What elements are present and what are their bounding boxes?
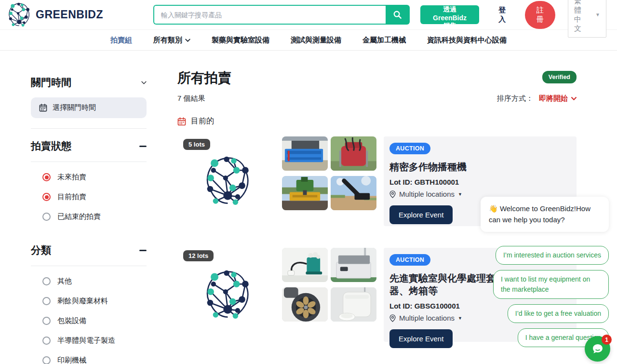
location-pin-icon bbox=[389, 314, 396, 322]
calendar-icon bbox=[177, 117, 186, 126]
chat-widget: 👋 Welcome to GreenBidz!How can we help y… bbox=[481, 197, 609, 347]
location-label: Multiple locations bbox=[399, 190, 455, 198]
lot-id: Lot ID: GBTH100001 bbox=[389, 178, 571, 186]
network-logo-icon bbox=[7, 1, 34, 28]
location-pin-icon bbox=[389, 190, 396, 198]
filter-sidebar: 關門時間 選擇關門時間 bbox=[31, 69, 147, 364]
radio-unselected bbox=[42, 297, 51, 305]
network-logo-icon bbox=[202, 268, 257, 323]
radio-selected bbox=[42, 173, 51, 181]
search-icon bbox=[393, 10, 402, 19]
auction-type-badge: AUCTION bbox=[389, 254, 430, 266]
chevron-down-icon bbox=[571, 97, 577, 100]
lot-photo-grid bbox=[282, 248, 376, 342]
search-bar bbox=[153, 5, 410, 25]
category-section-header[interactable]: 分類 bbox=[31, 243, 147, 257]
divider bbox=[31, 128, 147, 129]
network-logo-icon bbox=[202, 154, 257, 209]
lot-photo-grid bbox=[282, 136, 376, 226]
lot-photo-red-sprayer[interactable] bbox=[331, 136, 376, 171]
explore-event-button[interactable]: Explore Event bbox=[389, 329, 453, 348]
category-option-other[interactable]: 其他 bbox=[42, 266, 147, 286]
radio-unselected bbox=[42, 277, 51, 285]
radio-unselected bbox=[42, 213, 51, 221]
chat-bubble-icon bbox=[591, 342, 604, 356]
auction-status-title: 拍賣狀態 bbox=[31, 139, 71, 153]
lot-photo-teal-pump[interactable] bbox=[282, 248, 328, 282]
sort-label: 排序方式： bbox=[497, 94, 533, 103]
select-closing-time-button[interactable]: 選擇關門時間 bbox=[31, 97, 147, 118]
results-count: 7 個結果 bbox=[177, 94, 205, 103]
chat-welcome-message: 👋 Welcome to GreenBidz!How can we help y… bbox=[481, 197, 609, 232]
nav-item-all-categories[interactable]: 所有類別 bbox=[153, 36, 190, 45]
chat-launcher-button[interactable]: 1 bbox=[585, 336, 610, 362]
chevron-down-icon: ▼ bbox=[458, 192, 462, 197]
verified-badge: Verified bbox=[542, 71, 577, 83]
language-value: 繁體中文 bbox=[574, 0, 588, 33]
chevron-down-icon bbox=[185, 39, 190, 42]
top-bar: GREENBIDZ 透過 GreenBidz 銷售 登入 註冊 繁體中文 ▼ bbox=[0, 0, 617, 30]
status-option-future[interactable]: 未來拍賣 bbox=[42, 162, 147, 182]
search-button[interactable] bbox=[386, 5, 410, 25]
status-option-ended[interactable]: 已結束的拍賣 bbox=[42, 202, 147, 221]
minus-icon bbox=[139, 146, 147, 147]
lot-photo-flatbed-machine[interactable] bbox=[331, 248, 376, 282]
lot-photo-plastic-carboy[interactable] bbox=[331, 287, 376, 322]
lot-photo-blue-machine[interactable] bbox=[282, 136, 328, 171]
lot-photo-tractor-implement[interactable] bbox=[282, 176, 328, 210]
status-option-current[interactable]: 目前拍賣 bbox=[42, 182, 147, 202]
category-title: 分類 bbox=[31, 243, 51, 257]
minus-icon bbox=[139, 250, 147, 251]
explore-event-button[interactable]: Explore Event bbox=[389, 205, 453, 224]
category-option-surplus[interactable]: 剩餘與廢棄材料 bbox=[42, 286, 147, 306]
current-group-label: 目前的 bbox=[177, 116, 577, 126]
auction-type-badge: AUCTION bbox=[389, 143, 430, 154]
auction-thumbnail[interactable]: 12 lots bbox=[177, 248, 282, 342]
sell-with-greenbidz-button[interactable]: 透過 GreenBidz 銷售 bbox=[420, 5, 479, 24]
nav-item-test-measure[interactable]: 測試與測量設備 bbox=[291, 36, 341, 45]
auction-status-section-header[interactable]: 拍賣狀態 bbox=[31, 139, 147, 153]
lots-count-badge: 12 lots bbox=[183, 250, 214, 261]
closing-time-title: 關門時間 bbox=[31, 76, 71, 89]
chat-quick-reply-free-valuation[interactable]: I’d like to get a free valuation bbox=[508, 304, 609, 323]
chevron-down-icon: ▼ bbox=[595, 12, 600, 17]
lots-count-badge: 5 lots bbox=[183, 139, 210, 150]
lot-photo-loader-attachment[interactable] bbox=[331, 176, 376, 210]
chat-quick-reply-list-equipment[interactable]: I want to list my equipment on the marke… bbox=[493, 270, 609, 299]
radio-selected bbox=[42, 193, 51, 201]
nav-item-pharma-lab[interactable]: 製藥與實驗室設備 bbox=[212, 36, 269, 45]
login-link[interactable]: 登入 bbox=[498, 6, 508, 24]
category-option-semiconductor[interactable]: 半導體與電子製造 bbox=[42, 325, 147, 345]
calendar-icon bbox=[39, 104, 47, 112]
chat-quick-reply-auction-services[interactable]: I’m interested in auction services bbox=[496, 246, 609, 265]
chat-unread-badge: 1 bbox=[602, 335, 612, 345]
category-option-printing[interactable]: 印刷機械 bbox=[42, 345, 147, 364]
lot-photo-centrifuge[interactable] bbox=[282, 287, 328, 322]
nav-item-auction-groups[interactable]: 拍賣組 bbox=[110, 36, 132, 45]
nav-item-metalworking[interactable]: 金屬加工機械 bbox=[362, 36, 406, 45]
select-closing-time-label: 選擇關門時間 bbox=[53, 103, 96, 112]
main-nav: 拍賣組 所有類別 製藥與實驗室設備 測試與測量設備 金屬加工機械 資訊科技與資料… bbox=[0, 30, 617, 51]
page-title: 所有拍賣 bbox=[177, 69, 231, 87]
closing-time-section-header[interactable]: 關門時間 bbox=[31, 76, 147, 89]
auction-title: 精密多作物播種機 bbox=[389, 161, 571, 173]
auction-thumbnail[interactable]: 5 lots bbox=[177, 136, 282, 226]
page: GREENBIDZ 透過 GreenBidz 銷售 登入 註冊 繁體中文 ▼ 拍… bbox=[0, 0, 617, 364]
category-option-packaging[interactable]: 包裝設備 bbox=[42, 306, 147, 325]
sort-dropdown[interactable]: 即將開始 bbox=[539, 94, 577, 103]
chevron-down-icon: ▼ bbox=[458, 316, 462, 321]
search-input[interactable] bbox=[153, 5, 386, 25]
brand-name: GREENBIDZ bbox=[36, 8, 103, 21]
nav-item-it-datacenter[interactable]: 資訊科技與資料中心設備 bbox=[427, 36, 507, 45]
radio-unselected bbox=[42, 317, 51, 325]
language-selector[interactable]: 繁體中文 ▼ bbox=[568, 0, 606, 38]
radio-unselected bbox=[42, 356, 51, 364]
radio-unselected bbox=[42, 337, 51, 345]
brand-logo[interactable]: GREENBIDZ bbox=[7, 1, 103, 28]
register-button[interactable]: 註冊 bbox=[525, 1, 555, 29]
chevron-down-icon bbox=[141, 81, 147, 84]
location-label: Multiple locations bbox=[399, 314, 455, 322]
